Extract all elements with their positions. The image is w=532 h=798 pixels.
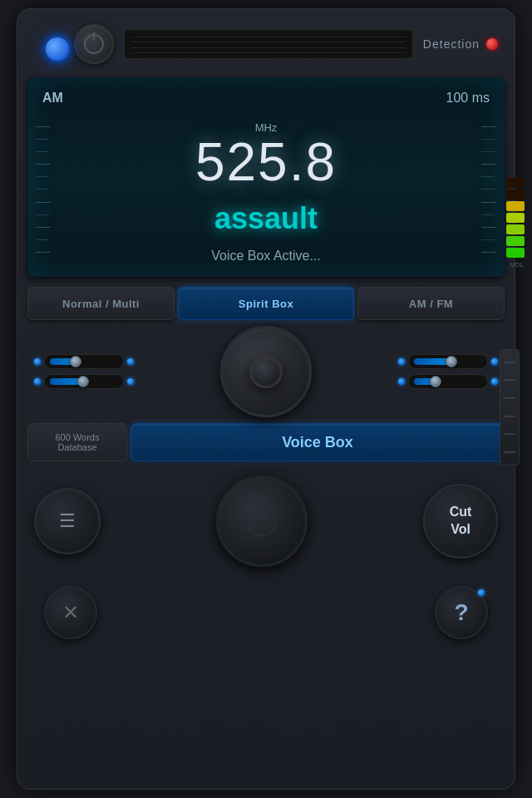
right-slider-top[interactable] <box>408 354 488 369</box>
red-led-indicator <box>486 38 498 50</box>
bottom-row-2: ✕ ? <box>27 579 505 646</box>
voice-box-button[interactable]: Voice Box <box>131 423 505 461</box>
right-led-dot-top-left <box>398 358 405 365</box>
slider-thumb[interactable] <box>70 356 81 367</box>
vu-bar <box>506 178 525 188</box>
vu-bar <box>506 213 525 223</box>
top-bar: Detection <box>27 19 505 69</box>
speaker-grill <box>124 29 413 59</box>
main-power-knob[interactable] <box>220 326 312 417</box>
spirit-box-button[interactable]: Spirit Box <box>178 287 354 320</box>
power-icon <box>84 34 104 54</box>
help-button-wrapper: ? <box>435 586 488 639</box>
vu-bar <box>506 224 525 234</box>
handle-line <box>504 433 515 435</box>
right-slider-group <box>398 354 498 389</box>
left-slider-group <box>34 354 134 389</box>
left-led-dot <box>34 358 41 365</box>
left-slider-top[interactable] <box>44 354 124 369</box>
time-display: 100 ms <box>446 91 490 106</box>
vu-meter: VOL <box>506 77 528 277</box>
list-icon: ☰ <box>59 510 76 532</box>
power-button[interactable] <box>74 24 114 64</box>
cancel-button[interactable]: ✕ <box>44 586 97 639</box>
list-button[interactable]: ☰ <box>34 488 101 554</box>
vu-bar <box>506 201 525 211</box>
power-line-medium <box>261 504 263 514</box>
blue-dot-small <box>478 589 485 596</box>
controls-row <box>27 330 505 413</box>
detection-label: Detection <box>423 37 480 51</box>
grill-line <box>131 51 406 53</box>
right-led-dot-top-right <box>491 358 498 365</box>
mode-buttons-row: Normal / Multi Spirit Box AM / FM <box>27 285 505 322</box>
secondary-power-knob[interactable] <box>216 475 308 567</box>
modulation-label: AM <box>42 91 63 106</box>
grill-line <box>131 46 406 48</box>
bottom-row-1: ☰ Cut Vol <box>27 471 505 571</box>
handle-line <box>504 379 515 381</box>
right-led-dot-2 <box>127 378 134 385</box>
grill-line <box>131 40 406 42</box>
scale-left <box>36 121 51 259</box>
am-fm-button[interactable]: AM / FM <box>357 287 505 320</box>
sidebar-handle[interactable] <box>500 349 520 466</box>
frequency-value: 525.8 <box>195 135 337 189</box>
frequency-area: MHz 525.8 <box>42 121 490 189</box>
slider-thumb-r1[interactable] <box>446 356 457 367</box>
right-sidebar <box>500 349 519 467</box>
question-mark-icon: ? <box>454 599 468 626</box>
grill-line <box>131 35 406 37</box>
x-icon: ✕ <box>62 601 79 624</box>
scale-right <box>481 121 496 259</box>
handle-line <box>504 397 515 399</box>
handle-line <box>504 416 515 417</box>
blue-led-indicator <box>46 37 69 61</box>
right-led-dot <box>127 358 134 365</box>
slider-thumb-r2[interactable] <box>430 376 441 387</box>
slider-thumb-2[interactable] <box>77 376 89 387</box>
screen-top-row: AM 100 ms <box>42 91 490 106</box>
vu-bar <box>506 248 525 258</box>
detection-area: Detection <box>423 37 498 51</box>
vu-bar <box>506 190 525 200</box>
right-led-dot-bottom-left <box>398 378 405 385</box>
normal-multi-button[interactable]: Normal / Multi <box>27 287 175 320</box>
vu-label: VOL <box>506 261 528 268</box>
spirit-word-display: assault <box>42 201 490 236</box>
power-symbol-medium <box>247 506 277 536</box>
display-screen: AM 100 ms MHz 525.8 assault Voice Box Ac… <box>27 77 505 277</box>
right-slider-bottom[interactable] <box>408 374 488 389</box>
words-database-button[interactable]: 600 Words Database <box>27 423 127 461</box>
vu-bar <box>506 236 525 246</box>
right-led-dot-bottom-right <box>491 378 498 385</box>
voice-box-row: 600 Words Database Voice Box <box>27 421 505 463</box>
left-led-dot-2 <box>34 378 41 385</box>
left-slider-bottom[interactable] <box>44 374 124 389</box>
power-symbol-large <box>249 355 283 388</box>
handle-line <box>504 362 515 363</box>
cut-vol-button[interactable]: Cut Vol <box>423 484 498 559</box>
handle-line <box>504 451 515 453</box>
voice-box-status: Voice Box Active... <box>42 249 490 264</box>
